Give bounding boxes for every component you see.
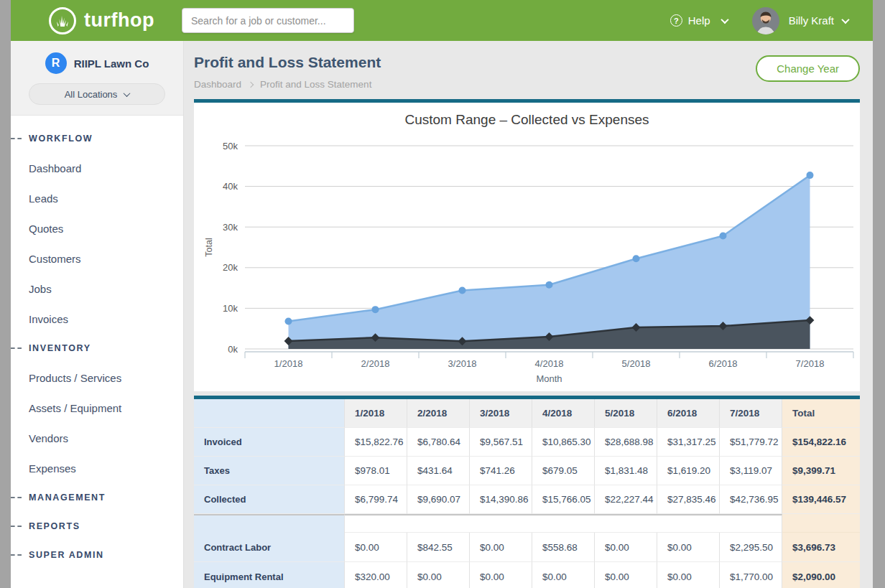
header-cell: 1/2018 bbox=[345, 399, 407, 428]
cell-value: $320.00 bbox=[345, 562, 407, 588]
dashes-icon bbox=[11, 526, 22, 527]
section-label: WORKFLOW bbox=[29, 134, 93, 144]
spacer-cell bbox=[194, 514, 345, 533]
svg-text:7/2018: 7/2018 bbox=[796, 358, 825, 369]
cell-total: $2,090.00 bbox=[782, 562, 860, 588]
sidebar-section-reports[interactable]: REPORTS bbox=[11, 512, 183, 541]
sidebar-item-dashboard[interactable]: Dashboard bbox=[11, 153, 183, 183]
cell-value: $842.55 bbox=[407, 533, 470, 562]
dashes-icon bbox=[11, 554, 22, 556]
sidebar-section-inventory[interactable]: INVENTORY bbox=[11, 334, 183, 363]
search-input[interactable] bbox=[182, 8, 354, 33]
cell-value: $0.00 bbox=[407, 562, 470, 588]
breadcrumb-dashboard[interactable]: Dashboard bbox=[194, 79, 241, 90]
spacer-cell bbox=[345, 514, 782, 533]
spacer-cell bbox=[782, 514, 860, 533]
cell-value: $1,619.20 bbox=[657, 457, 720, 485]
svg-text:Month: Month bbox=[536, 373, 562, 384]
cell-value: $22,227.44 bbox=[595, 485, 657, 514]
sidebar-item-customers[interactable]: Customers bbox=[11, 243, 183, 274]
sidebar-section-super-admin[interactable]: SUPER ADMIN bbox=[11, 541, 183, 569]
svg-text:5/2018: 5/2018 bbox=[622, 358, 651, 369]
location-selector[interactable]: All Locations bbox=[29, 83, 165, 105]
cell-value: $0.00 bbox=[345, 533, 407, 562]
cell-total: $3,696.73 bbox=[782, 533, 860, 562]
right-scrollbar[interactable] bbox=[873, 0, 885, 588]
sidebar-item-quotes[interactable]: Quotes bbox=[11, 213, 183, 243]
cell-value: $0.00 bbox=[657, 562, 720, 588]
svg-text:1/2018: 1/2018 bbox=[274, 358, 303, 369]
table-row-contract-labor: Contract Labor $0.00 $842.55 $0.00 $558.… bbox=[194, 533, 860, 562]
cell-value: $431.64 bbox=[407, 457, 470, 485]
user-name: Billy Kraft bbox=[789, 14, 834, 27]
sidebar-item-jobs[interactable]: Jobs bbox=[11, 274, 183, 304]
user-avatar bbox=[752, 7, 779, 34]
sidebar-section-management[interactable]: MANAGEMENT bbox=[11, 483, 183, 512]
company-switcher[interactable]: R RIIPL Lawn Co bbox=[11, 41, 183, 74]
header-cell: 3/2018 bbox=[470, 399, 532, 428]
svg-text:40k: 40k bbox=[223, 181, 238, 192]
brand-logo[interactable]: turfhop bbox=[48, 6, 154, 35]
header-cell: 4/2018 bbox=[532, 399, 595, 428]
main-content: Profit and Loss Statement Dashboard Prof… bbox=[184, 41, 873, 588]
collected-vs-expenses-chart: 0k10k20k30k40k50k1/20182/20183/20184/201… bbox=[194, 103, 860, 391]
cell-value: $0.00 bbox=[595, 533, 657, 562]
cell-value: $1,831.48 bbox=[595, 457, 657, 485]
chart-title: Custom Range – Collected vs Expenses bbox=[194, 112, 860, 128]
svg-text:20k: 20k bbox=[223, 262, 238, 273]
row-label: Invoiced bbox=[194, 428, 345, 457]
chevron-down-icon bbox=[720, 15, 728, 23]
help-menu[interactable]: ? Help bbox=[670, 14, 728, 27]
sidebar-item-leads[interactable]: Leads bbox=[11, 183, 183, 213]
header-cell: 5/2018 bbox=[595, 399, 657, 428]
cell-value: $6,799.74 bbox=[345, 485, 407, 514]
cell-value: $0.00 bbox=[657, 533, 720, 562]
section-label: REPORTS bbox=[29, 521, 80, 531]
cell-value: $558.68 bbox=[532, 533, 595, 562]
svg-text:50k: 50k bbox=[223, 141, 238, 151]
dashes-icon bbox=[11, 347, 22, 349]
sidebar-item-vendors[interactable]: Vendors bbox=[11, 423, 183, 453]
cell-value: $0.00 bbox=[595, 562, 657, 588]
cell-value: $9,690.07 bbox=[407, 485, 470, 514]
sidebar-item-products-services[interactable]: Products / Services bbox=[11, 363, 183, 393]
cell-value: $741.26 bbox=[470, 457, 532, 485]
sidebar-item-assets-equipment[interactable]: Assets / Equipment bbox=[11, 393, 183, 423]
header-cell-total: Total bbox=[782, 399, 860, 428]
table-header-row: 1/2018 2/2018 3/2018 4/2018 5/2018 6/201… bbox=[194, 399, 860, 428]
table-row-invoiced: Invoiced $15,822.76 $6,780.64 $9,567.51 … bbox=[194, 428, 860, 457]
cell-total: $9,399.71 bbox=[782, 457, 860, 485]
brand-wordmark: turfhop bbox=[84, 9, 154, 32]
user-menu[interactable]: Billy Kraft bbox=[752, 7, 848, 34]
left-scrollbar[interactable] bbox=[0, 0, 11, 588]
sidebar-item-invoices[interactable]: Invoices bbox=[11, 304, 183, 334]
top-navbar: turfhop ? Help bbox=[11, 0, 873, 41]
table-row-equipment-rental: Equipment Rental $320.00 $0.00 $0.00 $0.… bbox=[194, 562, 860, 588]
row-label: Contract Labor bbox=[194, 533, 345, 562]
chevron-right-icon bbox=[248, 81, 254, 87]
cell-value: $42,736.95 bbox=[720, 485, 782, 514]
location-selector-label: All Locations bbox=[65, 89, 118, 100]
header-cell: 7/2018 bbox=[720, 399, 782, 428]
header-cell bbox=[194, 399, 345, 428]
sidebar-item-expenses[interactable]: Expenses bbox=[11, 453, 183, 483]
svg-text:30k: 30k bbox=[223, 222, 238, 233]
table-spacer-row bbox=[194, 514, 860, 533]
breadcrumb: Dashboard Profit and Loss Statement bbox=[194, 79, 860, 90]
sidebar-section-workflow[interactable]: WORKFLOW bbox=[11, 124, 183, 153]
sidebar-company-panel: R RIIPL Lawn Co All Locations bbox=[11, 41, 183, 116]
svg-text:Total: Total bbox=[204, 238, 214, 256]
cell-value: $51,779.72 bbox=[720, 428, 782, 457]
company-avatar: R bbox=[45, 52, 67, 74]
svg-text:2/2018: 2/2018 bbox=[361, 358, 390, 369]
cell-value: $27,835.46 bbox=[657, 485, 720, 514]
sidebar: R RIIPL Lawn Co All Locations WORKFLOW D… bbox=[11, 41, 184, 588]
row-label: Equipment Rental bbox=[194, 562, 345, 588]
cell-value: $978.01 bbox=[345, 457, 407, 485]
header-cell: 6/2018 bbox=[657, 399, 720, 428]
svg-text:3/2018: 3/2018 bbox=[448, 358, 477, 369]
change-year-button[interactable]: Change Year bbox=[756, 55, 860, 82]
help-label: Help bbox=[688, 14, 710, 27]
cell-value: $10,865.30 bbox=[532, 428, 595, 457]
app-window: turfhop ? Help bbox=[0, 0, 885, 588]
